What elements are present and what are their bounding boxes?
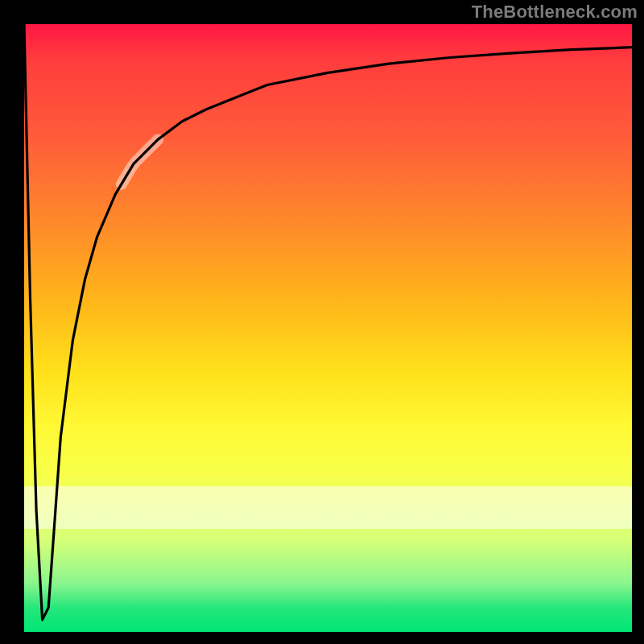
plot-area [24, 24, 632, 632]
curve-layer [24, 24, 632, 632]
watermark-text: TheBottleneck.com [472, 2, 638, 23]
chart-frame: TheBottleneck.com [0, 0, 644, 644]
bottleneck-curve [24, 24, 632, 620]
